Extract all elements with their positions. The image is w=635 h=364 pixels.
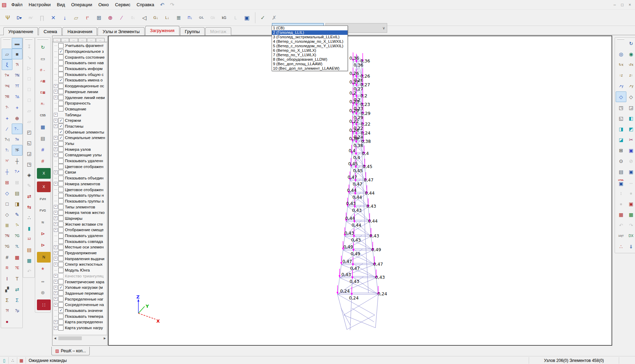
extrude-icon[interactable]: ◨ xyxy=(12,198,22,209)
tree-item-checkbox[interactable] xyxy=(58,227,63,233)
status-table-icon[interactable]: ▦ xyxy=(17,357,26,364)
group-g-node-icon[interactable]: ?G xyxy=(12,230,22,241)
expand-plus-icon[interactable]: + xyxy=(53,84,58,88)
scroll-left-icon[interactable]: ◀ xyxy=(52,337,58,340)
loadcase-option[interactable]: 7 (Ветер_по_Y_LLWLX) xyxy=(272,53,348,57)
f-rod-icon[interactable]: ?f xyxy=(2,305,12,316)
expand-plus-icon[interactable]: + xyxy=(53,326,58,330)
plate-load-icon[interactable]: ⊞ xyxy=(93,12,105,23)
frame-red-icon[interactable]: # xyxy=(36,156,50,166)
menu-service[interactable]: Сервис xyxy=(112,1,134,9)
excel-red-icon[interactable]: X xyxy=(37,181,51,192)
mode-shapes-icon[interactable]: ≈ xyxy=(36,217,50,227)
loadcase-option[interactable]: 6 (Ветер_по_X_LLWLX) xyxy=(272,48,348,53)
rotate-x-icon[interactable]: ↻x xyxy=(616,59,626,70)
thermal-load-icon[interactable]: t° xyxy=(82,12,93,23)
plate-number-icon[interactable]: ?N xyxy=(2,230,12,241)
tree-item-checkbox[interactable] xyxy=(58,250,63,256)
snap-node2-icon[interactable]: ┼ xyxy=(2,166,12,177)
info-node-icon[interactable]: ?✕ xyxy=(2,70,12,81)
swap-path1-icon[interactable]: ⇄ xyxy=(24,191,35,201)
tree-item-checkbox[interactable] xyxy=(58,193,63,198)
tree-item-checkbox[interactable] xyxy=(58,262,63,267)
tree-item-checkbox[interactable] xyxy=(58,291,63,296)
filter-rods-icon[interactable]: ▬ xyxy=(12,38,22,49)
a-materials-icon[interactable]: A▦ xyxy=(36,76,50,87)
tree-item-checkbox[interactable] xyxy=(58,319,63,325)
nodal-load-icon[interactable]: Π↓ xyxy=(184,12,196,23)
tree-item-checkbox[interactable] xyxy=(58,268,63,273)
beam-load-info-icon[interactable]: ?≡ xyxy=(12,134,22,145)
paint-brush-icon[interactable]: ✎ xyxy=(12,209,22,220)
globe-icon[interactable]: ◉ xyxy=(626,49,635,59)
rod-numbers-icon[interactable]: ?N xyxy=(12,70,22,81)
expand-plus-icon[interactable]: + xyxy=(53,297,58,301)
tree-item-checkbox[interactable]: ✓ xyxy=(58,78,63,83)
load-balance-icon[interactable]: Ψ xyxy=(2,12,13,23)
tree-item-checkbox[interactable] xyxy=(58,141,63,146)
mesh-sphere-icon[interactable]: ⊕ xyxy=(105,12,116,23)
gl-plate-load-icon[interactable]: G∕L xyxy=(196,12,207,23)
tab-groups[interactable]: Группы xyxy=(180,27,205,35)
expand-plus-icon[interactable]: + xyxy=(53,245,58,249)
tree-item-checkbox[interactable] xyxy=(58,233,63,238)
tree-hscrollbar[interactable]: ◀ ▶ xyxy=(52,335,107,341)
tab-nodes-elements[interactable]: Узлы и Элементы xyxy=(98,27,144,35)
expand-plus-icon[interactable]: + xyxy=(53,211,58,215)
expand-plus-icon[interactable]: + xyxy=(53,274,58,278)
tree-item-checkbox[interactable]: ✓ xyxy=(58,308,63,313)
tree-item-checkbox[interactable]: ✓ xyxy=(58,124,63,129)
plate-append-icon[interactable]: ⊕ xyxy=(12,113,22,124)
expand-plus-icon[interactable]: + xyxy=(53,113,58,117)
tree-item-checkbox[interactable]: ✓ xyxy=(58,129,63,135)
tree-item-checkbox[interactable] xyxy=(58,55,63,60)
axes-node-icon[interactable]: + xyxy=(12,102,22,113)
print-icon[interactable]: ▤ xyxy=(616,166,626,177)
tile-windows-icon[interactable]: ⊞ xyxy=(616,145,626,156)
expand-plus-icon[interactable]: + xyxy=(53,286,58,289)
group-g-rod-icon[interactable]: ?G xyxy=(2,241,12,252)
sum-map-icon[interactable]: Σ xyxy=(2,295,12,305)
tree-item-checkbox[interactable] xyxy=(58,198,63,204)
domino-plate-icon[interactable]: ▞ xyxy=(2,284,12,295)
node-mark-icon[interactable]: ?▪ xyxy=(12,220,22,230)
tree-item-checkbox[interactable] xyxy=(58,158,63,164)
tree-item-checkbox[interactable]: ✓ xyxy=(58,118,63,123)
tree-item-checkbox[interactable] xyxy=(58,43,63,48)
mu-rho-icon[interactable]: ?μ xyxy=(12,305,22,316)
swap-path2-icon[interactable]: ⇆ xyxy=(24,201,35,212)
snapshot-icon[interactable]: ▣ xyxy=(626,166,635,177)
rotate-minus-y-icon[interactable]: ↗y xyxy=(626,81,635,91)
gear-icon[interactable]: ⊛ xyxy=(36,287,50,298)
force-f-info-icon[interactable]: ?F xyxy=(12,145,22,156)
node-numbers-icon[interactable]: ?Nj xyxy=(2,81,12,91)
tree-item-checkbox[interactable] xyxy=(58,147,63,152)
menu-window[interactable]: Окно xyxy=(95,1,112,9)
i-beam-icon[interactable]: I xyxy=(2,273,12,284)
sum-nodes-icon[interactable]: Σ xyxy=(12,295,22,305)
cancel-icon[interactable]: ✗ xyxy=(268,12,280,23)
layered-table-icon[interactable]: ▤ xyxy=(24,244,35,255)
menu-file[interactable]: Файл xyxy=(8,1,26,9)
rod-type-icon[interactable]: ?T xyxy=(12,81,22,91)
tree-item-checkbox[interactable]: ✓ xyxy=(58,135,63,140)
scroll-right-icon[interactable]: ▶ xyxy=(102,337,107,340)
loadcase-option[interactable]: 9 (Вес_доп_площ_LLAAW) xyxy=(272,62,348,66)
tree-item-checkbox[interactable] xyxy=(58,170,63,175)
tree-item-checkbox[interactable] xyxy=(58,153,63,158)
e-materials-icon[interactable]: E▦ xyxy=(36,87,50,98)
settings-minitab-6[interactable]: ... xyxy=(96,38,105,42)
expand-plus-icon[interactable]: + xyxy=(53,119,58,122)
undo-icon[interactable]: ↶ xyxy=(157,1,167,9)
plate-press-icon[interactable]: ▱ xyxy=(70,12,82,23)
digits-panel-icon[interactable]: 10|T xyxy=(616,230,626,241)
expand-plus-icon[interactable]: + xyxy=(53,303,58,307)
expand-plus-icon[interactable]: + xyxy=(53,182,58,186)
tree-item-checkbox[interactable] xyxy=(58,210,63,215)
expand-plus-icon[interactable]: + xyxy=(53,291,58,295)
expand-plus-icon[interactable]: + xyxy=(53,147,58,151)
scroll-track[interactable] xyxy=(58,336,102,341)
tree-item-checkbox[interactable] xyxy=(58,216,63,221)
tree-item-checkbox[interactable] xyxy=(58,95,63,100)
face-view1-icon[interactable]: ◧ xyxy=(626,113,635,124)
